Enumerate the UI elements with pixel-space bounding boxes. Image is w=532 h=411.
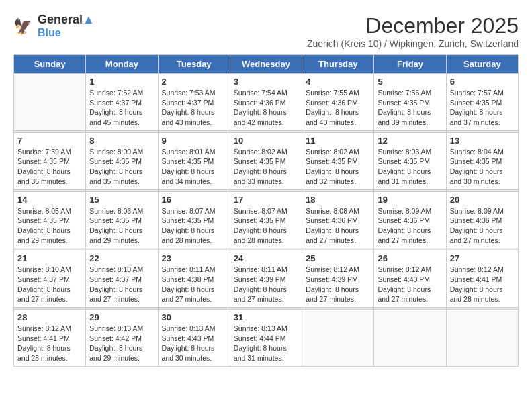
weekday-header-sunday: Sunday [14,55,86,74]
calendar-cell: 30Sunrise: 8:13 AM Sunset: 4:43 PM Dayli… [158,310,230,367]
day-info: Sunrise: 8:07 AM Sunset: 4:35 PM Dayligh… [234,206,298,246]
day-info: Sunrise: 8:13 AM Sunset: 4:42 PM Dayligh… [89,324,154,363]
weekday-header-wednesday: Wednesday [230,55,302,74]
calendar-cell [302,310,374,367]
day-info: Sunrise: 8:01 AM Sunset: 4:35 PM Dayligh… [162,147,226,187]
day-number: 22 [89,253,154,263]
calendar-cell: 12Sunrise: 8:03 AM Sunset: 4:35 PM Dayli… [374,132,446,189]
day-number: 30 [162,312,226,322]
calendar-cell: 15Sunrise: 8:06 AM Sunset: 4:35 PM Dayli… [86,191,158,248]
calendar-cell: 8Sunrise: 8:00 AM Sunset: 4:35 PM Daylig… [86,132,158,189]
day-number: 28 [17,312,82,322]
day-number: 8 [89,136,154,146]
day-info: Sunrise: 8:12 AM Sunset: 4:41 PM Dayligh… [450,265,515,304]
calendar-cell: 4Sunrise: 7:55 AM Sunset: 4:36 PM Daylig… [302,74,374,131]
calendar-cell: 2Sunrise: 7:53 AM Sunset: 4:37 PM Daylig… [158,74,230,131]
title-area: December 2025 Zuerich (Kreis 10) / Wipki… [307,13,519,49]
calendar-cell: 7Sunrise: 7:59 AM Sunset: 4:35 PM Daylig… [14,132,86,189]
calendar-cell: 24Sunrise: 8:11 AM Sunset: 4:39 PM Dayli… [230,250,302,308]
calendar-cell: 3Sunrise: 7:54 AM Sunset: 4:36 PM Daylig… [230,74,302,131]
day-info: Sunrise: 8:08 AM Sunset: 4:36 PM Dayligh… [306,206,370,246]
calendar-cell: 25Sunrise: 8:12 AM Sunset: 4:39 PM Dayli… [302,250,374,308]
calendar-cell: 22Sunrise: 8:10 AM Sunset: 4:37 PM Dayli… [86,250,158,308]
day-number: 10 [234,136,298,146]
day-info: Sunrise: 8:00 AM Sunset: 4:35 PM Dayligh… [89,147,154,187]
calendar-cell: 6Sunrise: 7:57 AM Sunset: 4:35 PM Daylig… [446,74,518,131]
day-info: Sunrise: 8:09 AM Sunset: 4:36 PM Dayligh… [378,206,442,246]
day-number: 11 [306,136,370,146]
calendar-cell: 26Sunrise: 8:12 AM Sunset: 4:40 PM Dayli… [374,250,446,308]
day-number: 21 [17,253,82,263]
day-number: 14 [17,195,82,205]
day-number: 6 [450,77,515,87]
day-number: 13 [450,136,515,146]
day-info: Sunrise: 8:05 AM Sunset: 4:35 PM Dayligh… [17,206,82,246]
day-info: Sunrise: 8:12 AM Sunset: 4:41 PM Dayligh… [17,324,82,363]
calendar-cell [14,74,86,131]
day-info: Sunrise: 8:12 AM Sunset: 4:39 PM Dayligh… [306,265,370,304]
calendar-week-row: 1Sunrise: 7:52 AM Sunset: 4:37 PM Daylig… [14,74,519,131]
logo-text: General▲ Blue [38,13,95,38]
day-number: 5 [378,77,442,87]
day-info: Sunrise: 8:11 AM Sunset: 4:38 PM Dayligh… [162,265,226,304]
day-number: 2 [162,77,226,87]
day-info: Sunrise: 8:12 AM Sunset: 4:40 PM Dayligh… [378,265,442,304]
day-info: Sunrise: 8:02 AM Sunset: 4:35 PM Dayligh… [234,147,298,187]
calendar-cell: 17Sunrise: 8:07 AM Sunset: 4:35 PM Dayli… [230,191,302,248]
day-number: 3 [234,77,298,87]
day-info: Sunrise: 8:04 AM Sunset: 4:35 PM Dayligh… [450,147,515,187]
calendar-cell: 13Sunrise: 8:04 AM Sunset: 4:35 PM Dayli… [446,132,518,189]
day-number: 1 [89,77,154,87]
day-number: 7 [17,136,82,146]
calendar-cell: 16Sunrise: 8:07 AM Sunset: 4:35 PM Dayli… [158,191,230,248]
calendar-cell: 31Sunrise: 8:13 AM Sunset: 4:44 PM Dayli… [230,310,302,367]
day-info: Sunrise: 8:03 AM Sunset: 4:35 PM Dayligh… [378,147,442,187]
day-info: Sunrise: 7:59 AM Sunset: 4:35 PM Dayligh… [17,147,82,187]
calendar-cell: 10Sunrise: 8:02 AM Sunset: 4:35 PM Dayli… [230,132,302,189]
day-info: Sunrise: 7:52 AM Sunset: 4:37 PM Dayligh… [89,88,154,128]
day-info: Sunrise: 7:55 AM Sunset: 4:36 PM Dayligh… [306,88,370,128]
day-info: Sunrise: 7:53 AM Sunset: 4:37 PM Dayligh… [162,88,226,128]
calendar-week-row: 7Sunrise: 7:59 AM Sunset: 4:35 PM Daylig… [14,132,519,189]
weekday-header-friday: Friday [374,55,446,74]
calendar-week-row: 21Sunrise: 8:10 AM Sunset: 4:37 PM Dayli… [14,250,519,308]
weekday-header-saturday: Saturday [446,55,518,74]
calendar-week-row: 14Sunrise: 8:05 AM Sunset: 4:35 PM Dayli… [14,191,519,248]
calendar-cell: 1Sunrise: 7:52 AM Sunset: 4:37 PM Daylig… [86,74,158,131]
day-number: 29 [89,312,154,322]
day-number: 26 [378,253,442,263]
day-number: 9 [162,136,226,146]
calendar-cell: 9Sunrise: 8:01 AM Sunset: 4:35 PM Daylig… [158,132,230,189]
subtitle: Zuerich (Kreis 10) / Wipkingen, Zurich, … [307,38,519,49]
day-number: 4 [306,77,370,87]
weekday-header-monday: Monday [86,55,158,74]
calendar-cell: 14Sunrise: 8:05 AM Sunset: 4:35 PM Dayli… [14,191,86,248]
calendar-cell: 18Sunrise: 8:08 AM Sunset: 4:36 PM Dayli… [302,191,374,248]
day-info: Sunrise: 8:13 AM Sunset: 4:44 PM Dayligh… [234,324,298,363]
calendar-cell: 20Sunrise: 8:09 AM Sunset: 4:36 PM Dayli… [446,191,518,248]
calendar-cell [374,310,446,367]
day-number: 17 [234,195,298,205]
svg-text:🦅: 🦅 [13,17,32,36]
day-info: Sunrise: 8:10 AM Sunset: 4:37 PM Dayligh… [17,265,82,304]
day-info: Sunrise: 8:06 AM Sunset: 4:35 PM Dayligh… [89,206,154,246]
day-number: 16 [162,195,226,205]
weekday-header-thursday: Thursday [302,55,374,74]
calendar-cell: 21Sunrise: 8:10 AM Sunset: 4:37 PM Dayli… [14,250,86,308]
calendar-cell: 5Sunrise: 7:56 AM Sunset: 4:35 PM Daylig… [374,74,446,131]
day-info: Sunrise: 7:54 AM Sunset: 4:36 PM Dayligh… [234,88,298,128]
day-number: 20 [450,195,515,205]
logo: 🦅 General▲ Blue [13,13,95,38]
day-info: Sunrise: 7:57 AM Sunset: 4:35 PM Dayligh… [450,88,515,128]
month-title: December 2025 [307,13,519,38]
day-number: 12 [378,136,442,146]
day-info: Sunrise: 8:13 AM Sunset: 4:43 PM Dayligh… [162,324,226,363]
day-number: 23 [162,253,226,263]
day-info: Sunrise: 8:11 AM Sunset: 4:39 PM Dayligh… [234,265,298,304]
page-header: 🦅 General▲ Blue December 2025 Zuerich (K… [13,13,519,49]
calendar-cell: 11Sunrise: 8:02 AM Sunset: 4:35 PM Dayli… [302,132,374,189]
calendar-week-row: 28Sunrise: 8:12 AM Sunset: 4:41 PM Dayli… [14,310,519,367]
calendar-cell: 19Sunrise: 8:09 AM Sunset: 4:36 PM Dayli… [374,191,446,248]
day-number: 24 [234,253,298,263]
day-info: Sunrise: 8:09 AM Sunset: 4:36 PM Dayligh… [450,206,515,246]
